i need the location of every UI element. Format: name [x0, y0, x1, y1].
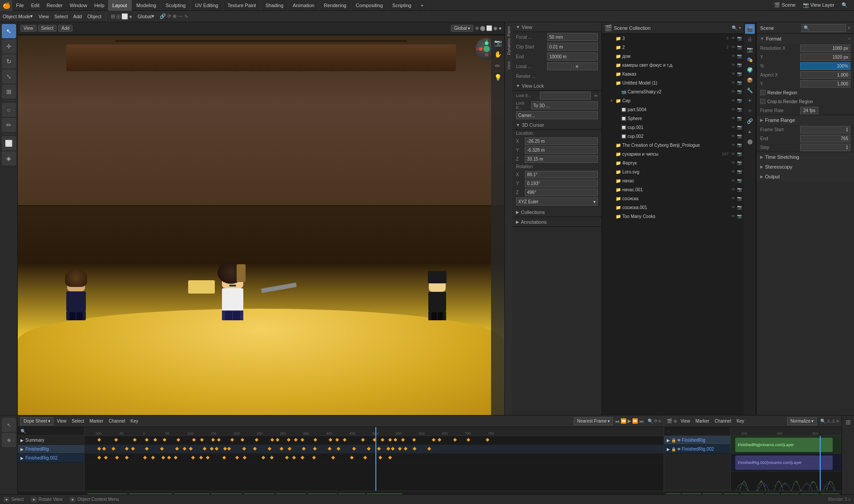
view-lock-header[interactable]: ▼ View Lock [512, 81, 601, 91]
tab-animation[interactable]: Animation [288, 0, 319, 11]
keyframe-dot[interactable] [412, 447, 416, 450]
rendered-icon[interactable]: ● [499, 25, 502, 31]
tab-texture-paint[interactable]: Texture Paint [223, 0, 261, 11]
measure-tool-btn[interactable]: ✏ [2, 118, 16, 132]
keyframe-dot[interactable] [115, 456, 119, 459]
keyframe-dot[interactable] [97, 456, 101, 459]
collection-item-item-2[interactable]: 📁22👁📷 [602, 43, 744, 52]
cursor-y-value[interactable]: -6.328 m [525, 146, 598, 154]
resolution-pct-value[interactable]: 100% [800, 62, 850, 70]
item-render-icon[interactable]: 📷 [737, 178, 742, 183]
ds-tool-1[interactable]: ↖ [2, 418, 16, 432]
item-render-icon[interactable]: 📷 [737, 196, 742, 201]
keyframe-dot[interactable] [280, 447, 283, 450]
render-props-icon[interactable]: 🎬 [745, 24, 755, 34]
keyframe-dot[interactable] [223, 447, 226, 450]
tab-compositing[interactable]: Compositing [351, 0, 388, 11]
ds-key-menu[interactable]: Key [129, 419, 140, 423]
tab-sculpting[interactable]: Sculpting [161, 0, 190, 11]
item-vis-icon[interactable]: 👁 [730, 143, 736, 147]
keyframe-dot[interactable] [261, 456, 265, 459]
keyframe-dot[interactable] [230, 438, 234, 441]
frame-range-title[interactable]: ▶ Frame Range [757, 115, 854, 125]
toolbar-view[interactable]: View [36, 11, 52, 22]
format-section-title[interactable]: ▼ Format ≡ [757, 34, 854, 44]
tab-shading[interactable]: Shading [261, 0, 288, 11]
keyframe-dot[interactable] [328, 447, 331, 450]
time-stretching-header[interactable]: ▶ Time Stretching [757, 152, 854, 162]
keyframe-dot[interactable] [206, 456, 209, 459]
keyframe-dot[interactable] [329, 438, 332, 441]
collections-header[interactable]: ▶ Collections [512, 207, 601, 217]
resolution-y-value[interactable]: 1920 px [800, 53, 850, 61]
item-vis-icon[interactable]: 👁 [730, 81, 736, 85]
viewport-camera-icon[interactable]: 📷 [492, 37, 503, 48]
ds-view-menu[interactable]: View [55, 419, 68, 423]
item-render-icon[interactable]: 📷 [737, 143, 742, 147]
collection-item-item-nachas001[interactable]: 📁начас.001👁📷 [602, 185, 744, 194]
ds-finishedrig002-channel[interactable]: ▶ FinishedRig.002 [18, 454, 84, 463]
transform-tool-btn[interactable]: ⊞ [2, 85, 16, 99]
keyframe-dot[interactable] [209, 447, 213, 450]
menu-help[interactable]: Help [91, 0, 108, 11]
keyframe-dot[interactable] [125, 447, 129, 450]
keyframe-dot[interactable] [102, 447, 106, 450]
material-props-icon[interactable]: ⬤ [745, 137, 755, 146]
keyframe-dot[interactable] [161, 456, 165, 459]
keyframe-dot[interactable] [268, 447, 271, 450]
collection-item-item-sukhari[interactable]: 📁сухарики и чипсы107👁📷 [602, 149, 744, 158]
item-vis-icon[interactable]: 👁 [730, 107, 736, 112]
annotations-header[interactable]: ▶ Annotations [512, 217, 601, 227]
keyframe-dot[interactable] [112, 447, 115, 450]
collection-item-item-dom[interactable]: 📁дом👁📷 [602, 52, 744, 60]
lock-e-value[interactable] [540, 92, 591, 100]
empty-object-btn[interactable]: ◈ [2, 151, 16, 165]
ds-select-menu[interactable]: Select [70, 419, 86, 423]
tab-modeling[interactable]: Modeling [132, 0, 161, 11]
keyframe-dot[interactable] [394, 438, 397, 441]
keyframe-dot[interactable] [337, 447, 340, 450]
keyframe-dot[interactable] [202, 447, 206, 450]
rig2-nla-strip[interactable]: FinishedRig.002|mixamo.com|Layer [735, 456, 833, 470]
collection-item-item-sphere[interactable]: 🔲Sphere👁📷 [602, 114, 744, 123]
collection-item-item-part5004[interactable]: 🔲part.5004👁📷 [602, 105, 744, 114]
global-select[interactable]: Global ▾ [135, 11, 157, 22]
xray-icon[interactable]: ⬤ [480, 25, 485, 31]
keyframe-dot[interactable] [255, 438, 258, 441]
keyframe-dot[interactable] [270, 456, 274, 459]
keyframe-dot[interactable] [379, 456, 382, 459]
output-header[interactable]: ▶ Output [757, 172, 854, 181]
menu-file[interactable]: File [12, 0, 28, 11]
rotation-y-value[interactable]: 0.193° [525, 180, 598, 187]
ds-search-input[interactable] [28, 429, 84, 434]
keyframe-dot[interactable] [285, 456, 289, 459]
keyframe-dot[interactable] [133, 438, 137, 441]
ds-play-btn[interactable]: ▶ [628, 418, 631, 424]
keyframe-dot[interactable] [215, 447, 218, 450]
view-tab[interactable]: View [505, 59, 512, 73]
st-rig2-channel[interactable]: ▶ 🔒 👁 FinishedRig.002 [664, 445, 730, 454]
item-vis-icon[interactable]: 👁 [730, 45, 736, 49]
dynamic-paint-tab[interactable]: Dynamic Paint [505, 22, 513, 59]
viewport-hand-icon[interactable]: ✋ [492, 49, 503, 60]
keyframe-dot[interactable] [192, 438, 196, 441]
keyframe-dot[interactable] [431, 438, 435, 441]
keyframe-dot[interactable] [131, 447, 134, 450]
menu-edit[interactable]: Edit [28, 0, 43, 11]
tab-add-workspace[interactable]: + [416, 0, 428, 11]
keyframe-dot[interactable] [314, 438, 317, 441]
keyframe-dot[interactable] [153, 438, 157, 441]
keyframe-dot[interactable] [227, 447, 230, 450]
output-props-icon[interactable]: 🖨 [745, 34, 755, 44]
item-render-icon[interactable]: 📷 [737, 81, 742, 85]
keyframe-dot[interactable] [177, 438, 180, 441]
keyframe-dot[interactable] [301, 456, 304, 459]
keyframe-dot[interactable] [97, 447, 101, 450]
item-vis-icon[interactable]: 👁 [730, 98, 736, 103]
keyframe-dot[interactable] [222, 456, 226, 459]
item-vis-icon[interactable]: 👁 [730, 196, 736, 201]
physics-props-icon[interactable]: ⚛ [745, 106, 755, 116]
keyframe-dot[interactable] [145, 447, 148, 450]
item-render-icon[interactable]: 📷 [737, 89, 742, 94]
st-view-menu[interactable]: View [679, 419, 692, 423]
